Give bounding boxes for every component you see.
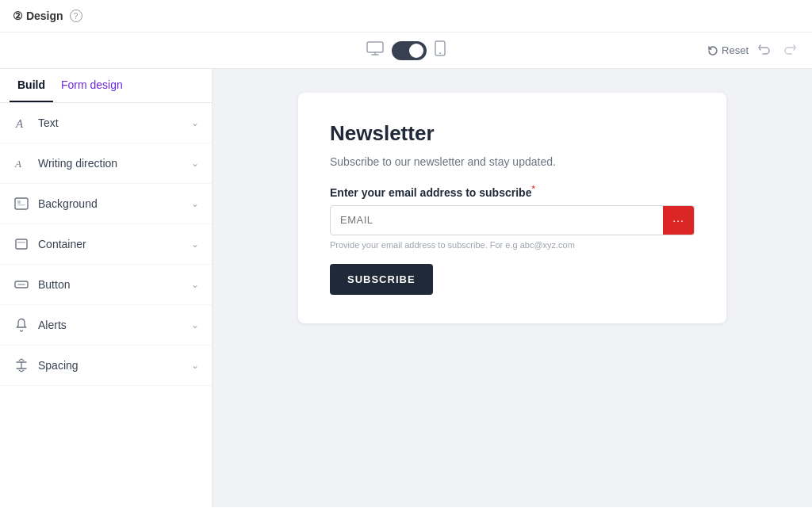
toolbar-actions: Reset xyxy=(707,41,799,60)
tab-build[interactable]: Build xyxy=(10,69,53,102)
desktop-icon[interactable] xyxy=(366,41,384,59)
writing-direction-chevron-icon: ⌄ xyxy=(191,158,199,169)
spacing-chevron-icon: ⌄ xyxy=(191,360,199,371)
sidebar-item-background[interactable]: Background ⌄ xyxy=(0,184,212,224)
bell-icon xyxy=(13,316,30,334)
svg-rect-9 xyxy=(17,242,25,243)
canvas-area: Newsletter Subscribe to our newsletter a… xyxy=(213,69,812,507)
svg-rect-7 xyxy=(17,204,25,205)
alerts-chevron-icon: ⌄ xyxy=(191,319,199,330)
tab-form-design[interactable]: Form design xyxy=(53,69,131,102)
spacing-icon xyxy=(13,357,30,374)
container-icon xyxy=(13,235,30,253)
button-chevron-icon: ⌄ xyxy=(191,279,199,290)
help-icon[interactable]: ? xyxy=(70,10,82,22)
svg-text:A: A xyxy=(14,158,21,170)
sidebar-item-writing-direction-label: Writing direction xyxy=(38,157,117,170)
subscribe-button[interactable]: SUBSCRIBE xyxy=(330,264,433,295)
text-chevron-icon: ⌄ xyxy=(191,117,199,128)
svg-rect-5 xyxy=(15,198,28,209)
email-action-button[interactable]: ··· xyxy=(663,206,694,235)
device-toggle[interactable] xyxy=(392,41,427,60)
svg-point-2 xyxy=(439,52,441,54)
sidebar-item-alerts[interactable]: Alerts ⌄ xyxy=(0,305,212,346)
undo-button[interactable] xyxy=(755,41,774,60)
sidebar-item-button[interactable]: Button ⌄ xyxy=(0,265,212,305)
mobile-icon[interactable] xyxy=(435,40,446,60)
container-chevron-icon: ⌄ xyxy=(191,239,199,250)
svg-rect-0 xyxy=(367,42,383,52)
background-chevron-icon: ⌄ xyxy=(191,198,199,209)
sidebar: Build Form design A Text ⌄ A xyxy=(0,69,213,507)
form-hint: Provide your email address to subscribe.… xyxy=(330,240,695,250)
form-field-label: Enter your email address to subscribe* xyxy=(330,184,695,199)
sidebar-item-container[interactable]: Container ⌄ xyxy=(0,224,212,265)
text-icon: A xyxy=(13,114,30,132)
svg-rect-6 xyxy=(17,201,21,204)
reset-label: Reset xyxy=(722,44,749,56)
svg-rect-8 xyxy=(16,239,27,249)
email-input-wrapper: ··· xyxy=(330,205,695,235)
reset-button[interactable]: Reset xyxy=(707,44,749,56)
background-icon xyxy=(13,195,30,212)
form-title: Newsletter xyxy=(330,121,695,146)
sidebar-item-alerts-label: Alerts xyxy=(38,319,67,331)
sidebar-tabs: Build Form design xyxy=(0,69,212,103)
device-toggle-group xyxy=(366,40,446,60)
page-step-label: ② Design xyxy=(13,10,63,22)
sidebar-item-text[interactable]: A Text ⌄ xyxy=(0,103,212,143)
email-input[interactable] xyxy=(331,206,663,234)
sidebar-item-background-label: Background xyxy=(38,197,98,210)
svg-text:A: A xyxy=(15,117,24,130)
main-content: Build Form design A Text ⌄ A xyxy=(0,69,812,507)
form-card: Newsletter Subscribe to our newsletter a… xyxy=(298,93,726,323)
sidebar-item-spacing-label: Spacing xyxy=(38,359,79,372)
sidebar-item-text-label: Text xyxy=(38,116,59,129)
sidebar-item-writing-direction[interactable]: A Writing direction ⌄ xyxy=(0,143,212,184)
page-header: ② Design ? xyxy=(0,0,812,32)
sidebar-item-container-label: Container xyxy=(38,238,86,250)
redo-button[interactable] xyxy=(780,41,799,60)
toolbar: Reset xyxy=(0,32,812,69)
sidebar-item-button-label: Button xyxy=(38,278,70,291)
button-icon xyxy=(13,276,30,293)
form-subtitle: Subscribe to our newsletter and stay upd… xyxy=(330,155,695,168)
sidebar-item-spacing[interactable]: Spacing ⌄ xyxy=(0,346,212,386)
writing-direction-icon: A xyxy=(13,155,30,172)
